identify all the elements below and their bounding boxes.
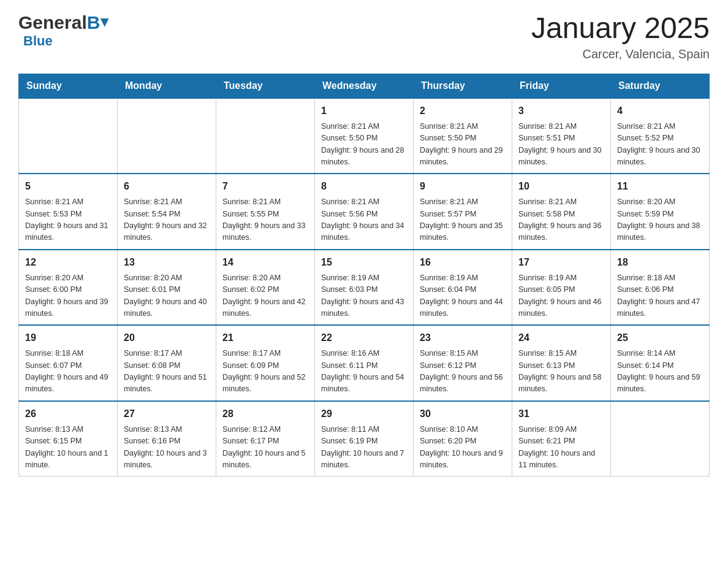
logo-general: General bbox=[18, 12, 87, 33]
calendar-week-row: 19Sunrise: 8:18 AM Sunset: 6:07 PM Dayli… bbox=[19, 325, 710, 401]
day-info: Sunrise: 8:17 AM Sunset: 6:08 PM Dayligh… bbox=[124, 348, 210, 396]
day-number: 8 bbox=[321, 179, 407, 194]
header-thursday: Thursday bbox=[414, 74, 512, 98]
day-number: 14 bbox=[222, 255, 308, 270]
day-info: Sunrise: 8:13 AM Sunset: 6:15 PM Dayligh… bbox=[25, 424, 111, 472]
calendar-header-row: Sunday Monday Tuesday Wednesday Thursday… bbox=[19, 74, 710, 98]
day-info: Sunrise: 8:21 AM Sunset: 5:53 PM Dayligh… bbox=[25, 196, 111, 244]
table-row: 5Sunrise: 8:21 AM Sunset: 5:53 PM Daylig… bbox=[19, 174, 118, 250]
day-number: 23 bbox=[420, 331, 506, 345]
day-number: 21 bbox=[222, 331, 308, 345]
day-info: Sunrise: 8:20 AM Sunset: 6:02 PM Dayligh… bbox=[222, 272, 308, 320]
table-row bbox=[216, 98, 315, 174]
calendar-week-row: 1Sunrise: 8:21 AM Sunset: 5:50 PM Daylig… bbox=[19, 98, 710, 174]
day-info: Sunrise: 8:21 AM Sunset: 5:50 PM Dayligh… bbox=[420, 121, 506, 169]
table-row: 31Sunrise: 8:09 AM Sunset: 6:21 PM Dayli… bbox=[512, 401, 611, 477]
day-number: 12 bbox=[25, 255, 111, 270]
header-wednesday: Wednesday bbox=[315, 74, 414, 98]
table-row: 26Sunrise: 8:13 AM Sunset: 6:15 PM Dayli… bbox=[19, 401, 118, 477]
table-row: 22Sunrise: 8:16 AM Sunset: 6:11 PM Dayli… bbox=[315, 325, 414, 401]
table-row bbox=[118, 98, 216, 174]
day-number: 3 bbox=[518, 104, 604, 118]
day-number: 25 bbox=[617, 331, 703, 345]
day-info: Sunrise: 8:12 AM Sunset: 6:17 PM Dayligh… bbox=[222, 424, 308, 472]
table-row: 29Sunrise: 8:11 AM Sunset: 6:19 PM Dayli… bbox=[315, 401, 414, 477]
day-number: 29 bbox=[321, 407, 407, 421]
day-number: 13 bbox=[124, 255, 210, 270]
day-info: Sunrise: 8:20 AM Sunset: 6:01 PM Dayligh… bbox=[124, 272, 210, 320]
day-number: 27 bbox=[124, 407, 210, 421]
table-row: 14Sunrise: 8:20 AM Sunset: 6:02 PM Dayli… bbox=[216, 250, 315, 326]
table-row: 16Sunrise: 8:19 AM Sunset: 6:04 PM Dayli… bbox=[414, 250, 512, 326]
day-number: 17 bbox=[518, 255, 604, 270]
table-row: 2Sunrise: 8:21 AM Sunset: 5:50 PM Daylig… bbox=[414, 98, 512, 174]
day-info: Sunrise: 8:21 AM Sunset: 5:55 PM Dayligh… bbox=[222, 196, 308, 244]
day-number: 26 bbox=[25, 407, 111, 421]
day-info: Sunrise: 8:13 AM Sunset: 6:16 PM Dayligh… bbox=[124, 424, 210, 472]
calendar-table: Sunday Monday Tuesday Wednesday Thursday… bbox=[18, 74, 710, 477]
table-row: 25Sunrise: 8:14 AM Sunset: 6:14 PM Dayli… bbox=[611, 325, 710, 401]
table-row: 20Sunrise: 8:17 AM Sunset: 6:08 PM Dayli… bbox=[118, 325, 216, 401]
day-info: Sunrise: 8:21 AM Sunset: 5:57 PM Dayligh… bbox=[420, 196, 506, 244]
day-number: 30 bbox=[420, 407, 506, 421]
table-row: 6Sunrise: 8:21 AM Sunset: 5:54 PM Daylig… bbox=[118, 174, 216, 250]
day-number: 4 bbox=[617, 104, 703, 118]
table-row: 27Sunrise: 8:13 AM Sunset: 6:16 PM Dayli… bbox=[118, 401, 216, 477]
day-number: 24 bbox=[518, 331, 604, 345]
table-row: 21Sunrise: 8:17 AM Sunset: 6:09 PM Dayli… bbox=[216, 325, 315, 401]
day-number: 20 bbox=[124, 331, 210, 345]
day-number: 7 bbox=[222, 179, 308, 194]
day-number: 28 bbox=[222, 407, 308, 421]
calendar-week-row: 26Sunrise: 8:13 AM Sunset: 6:15 PM Dayli… bbox=[19, 401, 710, 477]
table-row: 23Sunrise: 8:15 AM Sunset: 6:12 PM Dayli… bbox=[414, 325, 512, 401]
day-info: Sunrise: 8:18 AM Sunset: 6:06 PM Dayligh… bbox=[617, 272, 703, 320]
table-row: 13Sunrise: 8:20 AM Sunset: 6:01 PM Dayli… bbox=[118, 250, 216, 326]
header-monday: Monday bbox=[118, 74, 216, 98]
table-row: 4Sunrise: 8:21 AM Sunset: 5:52 PM Daylig… bbox=[611, 98, 710, 174]
title-block: January 2025 Carcer, Valencia, Spain bbox=[531, 12, 710, 61]
location-text: Carcer, Valencia, Spain bbox=[531, 47, 710, 61]
day-info: Sunrise: 8:15 AM Sunset: 6:13 PM Dayligh… bbox=[518, 348, 604, 396]
day-info: Sunrise: 8:21 AM Sunset: 5:58 PM Dayligh… bbox=[518, 196, 604, 244]
table-row: 19Sunrise: 8:18 AM Sunset: 6:07 PM Dayli… bbox=[19, 325, 118, 401]
table-row: 24Sunrise: 8:15 AM Sunset: 6:13 PM Dayli… bbox=[512, 325, 611, 401]
table-row: 8Sunrise: 8:21 AM Sunset: 5:56 PM Daylig… bbox=[315, 174, 414, 250]
day-info: Sunrise: 8:21 AM Sunset: 5:54 PM Dayligh… bbox=[124, 196, 210, 244]
header-friday: Friday bbox=[512, 74, 611, 98]
day-number: 10 bbox=[518, 179, 604, 194]
header-saturday: Saturday bbox=[611, 74, 710, 98]
day-info: Sunrise: 8:09 AM Sunset: 6:21 PM Dayligh… bbox=[518, 424, 604, 472]
table-row: 17Sunrise: 8:19 AM Sunset: 6:05 PM Dayli… bbox=[512, 250, 611, 326]
day-info: Sunrise: 8:16 AM Sunset: 6:11 PM Dayligh… bbox=[321, 348, 407, 396]
logo-triangle-icon bbox=[101, 16, 110, 29]
day-info: Sunrise: 8:21 AM Sunset: 5:52 PM Dayligh… bbox=[617, 121, 703, 169]
day-info: Sunrise: 8:18 AM Sunset: 6:07 PM Dayligh… bbox=[25, 348, 111, 396]
table-row: 9Sunrise: 8:21 AM Sunset: 5:57 PM Daylig… bbox=[414, 174, 512, 250]
day-number: 11 bbox=[617, 179, 703, 194]
table-row: 3Sunrise: 8:21 AM Sunset: 5:51 PM Daylig… bbox=[512, 98, 611, 174]
table-row: 7Sunrise: 8:21 AM Sunset: 5:55 PM Daylig… bbox=[216, 174, 315, 250]
calendar-week-row: 12Sunrise: 8:20 AM Sunset: 6:00 PM Dayli… bbox=[19, 250, 710, 326]
table-row: 12Sunrise: 8:20 AM Sunset: 6:00 PM Dayli… bbox=[19, 250, 118, 326]
day-info: Sunrise: 8:21 AM Sunset: 5:50 PM Dayligh… bbox=[321, 121, 407, 169]
day-number: 5 bbox=[25, 179, 111, 194]
header-sunday: Sunday bbox=[19, 74, 118, 98]
day-number: 18 bbox=[617, 255, 703, 270]
day-number: 19 bbox=[25, 331, 111, 345]
day-info: Sunrise: 8:19 AM Sunset: 6:03 PM Dayligh… bbox=[321, 272, 407, 320]
table-row: 30Sunrise: 8:10 AM Sunset: 6:20 PM Dayli… bbox=[414, 401, 512, 477]
table-row: 10Sunrise: 8:21 AM Sunset: 5:58 PM Dayli… bbox=[512, 174, 611, 250]
day-info: Sunrise: 8:21 AM Sunset: 5:56 PM Dayligh… bbox=[321, 196, 407, 244]
day-info: Sunrise: 8:15 AM Sunset: 6:12 PM Dayligh… bbox=[420, 348, 506, 396]
page-header: GeneralB Blue January 2025 Carcer, Valen… bbox=[18, 12, 710, 61]
table-row bbox=[611, 401, 710, 477]
day-info: Sunrise: 8:20 AM Sunset: 6:00 PM Dayligh… bbox=[25, 272, 111, 320]
day-number: 1 bbox=[321, 104, 407, 118]
day-info: Sunrise: 8:19 AM Sunset: 6:05 PM Dayligh… bbox=[518, 272, 604, 320]
day-info: Sunrise: 8:14 AM Sunset: 6:14 PM Dayligh… bbox=[617, 348, 703, 396]
day-number: 31 bbox=[518, 407, 604, 421]
day-number: 6 bbox=[124, 179, 210, 194]
table-row bbox=[19, 98, 118, 174]
day-info: Sunrise: 8:10 AM Sunset: 6:20 PM Dayligh… bbox=[420, 424, 506, 472]
day-info: Sunrise: 8:21 AM Sunset: 5:51 PM Dayligh… bbox=[518, 121, 604, 169]
